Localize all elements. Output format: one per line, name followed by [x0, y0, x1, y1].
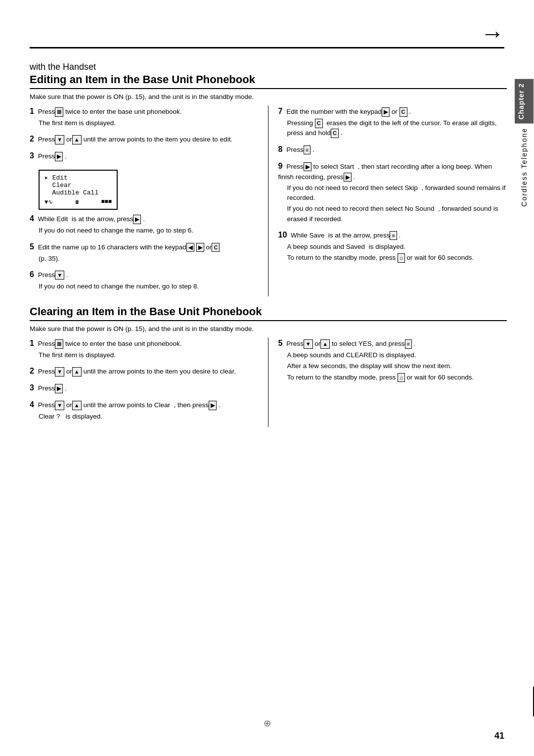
step-9-number: 9 [278, 162, 283, 170]
step-9: 9 Press▶ to select Start , then start re… [278, 160, 507, 224]
step-5-sub: (p. 35). [39, 254, 258, 264]
page-container: → Chapter 2 Cordless Telephone with the … [0, 0, 534, 756]
main-content: with the Handset Editing an Item in the … [30, 57, 507, 726]
s2-step-4-number: 4 [30, 400, 34, 409]
s2-step-2: 2 Press▼ or▲ until the arrow points to t… [30, 365, 258, 377]
cordless-label: Cordless Telephone [520, 128, 528, 207]
btn-down-s24: ▼ [55, 401, 64, 410]
step-6: 6 Press▼ . If you do not need to change … [30, 269, 258, 291]
btn-right-s2: ▶ [55, 384, 63, 393]
btn-down: ▼ [55, 135, 64, 144]
s2-step-5-sub3: To return to the standby mode, press ⌂ o… [287, 373, 507, 382]
chapter-tab: Chapter 2 [515, 79, 534, 124]
step-5-number: 5 [30, 242, 34, 251]
btn-right-s24: ▶ [209, 401, 217, 410]
step-2: 2 Press▼ or▲ until the arrow points to t… [30, 133, 258, 145]
btn-c7: C [400, 107, 407, 117]
lcd-icons: ▼∿ ☎ ■■■ [44, 198, 112, 206]
s2-step-1: 1 Press⊞ twice to enter the base unit ph… [30, 337, 258, 360]
lcd-line3: Audible Call [44, 189, 112, 196]
s2-step-5-sub1: A beep sounds and CLEARED is displayed. [287, 350, 507, 360]
step-4-sub: If you do not need to change the name, g… [39, 226, 258, 236]
step-6-sub: If you do not need to change the number,… [39, 282, 258, 291]
btn-right: ▶ [55, 152, 63, 161]
step-6-number: 6 [30, 270, 34, 279]
step-1-sub: The first item is displayed. [39, 118, 258, 128]
top-rule [30, 47, 504, 48]
section1-intro: Make sure that the power is ON (p. 15), … [30, 93, 507, 100]
step-9-sub2: If you do not need to record then select… [287, 204, 507, 224]
btn-left3: ◀ [186, 243, 194, 252]
btn-up-s24: ▲ [72, 401, 82, 410]
step-4: 4 While Edit is at the arrow, press▶ . I… [30, 213, 258, 236]
s2-step-3-number: 3 [30, 383, 34, 392]
step-7-number: 7 [278, 107, 283, 115]
btn-right9: ▶ [304, 162, 312, 172]
lcd-line1: ▸ Edit [44, 174, 112, 182]
step-8: 8 Press≡ . [278, 143, 507, 155]
btn-right3: ▶ [196, 243, 204, 252]
btn-menu-s25: ≡ [405, 339, 412, 349]
section2-two-col: 1 Press⊞ twice to enter the base unit ph… [30, 337, 507, 427]
s2-step-5: 5 Press▼ or▲ to select YES, and press≡ .… [278, 337, 507, 382]
step-7: 7 Edit the number with the keypad▶ or C … [278, 105, 507, 139]
btn-down6: ▼ [55, 271, 64, 280]
step-8-number: 8 [278, 145, 283, 153]
btn-menu10: ≡ [390, 231, 397, 240]
s2-step-2-number: 2 [30, 367, 34, 375]
btn-up-s2: ▲ [72, 367, 82, 377]
with-handset-heading: with the Handset [30, 62, 507, 72]
btn-right2: ▶ [133, 215, 141, 224]
lcd-line2: Clear [44, 182, 112, 189]
s2-step-1-sub: The first item is displayed. [39, 350, 258, 360]
section2-col-right: 5 Press▼ or▲ to select YES, and press≡ .… [268, 337, 507, 427]
step-10-number: 10 [278, 231, 287, 239]
s2-step-4-sub: Clear ? is displayed. [39, 412, 258, 422]
s2-step-5-number: 5 [278, 339, 283, 347]
section2-intro: Make sure that the power is ON (p. 15), … [30, 325, 507, 332]
section1-col-left: 1 Press⊞ twice to enter the base unit ph… [30, 105, 268, 296]
section2-col-left: 1 Press⊞ twice to enter the base unit ph… [30, 337, 268, 427]
btn-down-s2: ▼ [55, 367, 64, 377]
page-number: 41 [494, 731, 504, 741]
step-10: 10 While Save is at the arrow, press≡ . … [278, 229, 507, 263]
section2-heading: Clearing an Item in the Base Unit Phoneb… [30, 305, 507, 321]
s2-step-1-number: 1 [30, 339, 34, 347]
bottom-divider-icon: ⊕ [264, 718, 271, 729]
btn-right7: ▶ [382, 107, 390, 117]
step-1: 1 Press⊞ twice to enter the base unit ph… [30, 105, 258, 128]
s2-step-5-sub2: After a few seconds, the display will sh… [287, 361, 507, 371]
section1-heading: Editing an Item in the Base Unit Phonebo… [30, 73, 507, 89]
section1-two-col: 1 Press⊞ twice to enter the base unit ph… [30, 105, 507, 296]
step-3: 3 Press▶ . [30, 150, 258, 162]
btn-c: C [212, 243, 220, 252]
step-7-sub: Pressing C erases the digit to the left … [287, 118, 507, 139]
btn-down-s25: ▼ [304, 339, 313, 349]
s2-step-4: 4 Press▼ or▲ until the arrow points to C… [30, 399, 258, 422]
btn-menu8: ≡ [304, 145, 311, 155]
step-10-sub2: To return to the standby mode, press ⌂ o… [287, 253, 507, 263]
chapter-sidebar: Chapter 2 Cordless Telephone [514, 79, 534, 206]
step-9-sub1: If you do not need to record then select… [287, 183, 507, 203]
btn-pb2: ⊞ [55, 339, 63, 349]
s2-step-3: 3 Press▶ . [30, 382, 258, 394]
btn-up: ▲ [72, 135, 82, 144]
step-10-sub1: A beep sounds and Saved is displayed. [287, 242, 507, 252]
btn-right9b: ▶ [344, 173, 352, 182]
step-4-number: 4 [30, 214, 34, 223]
step-1-number: 1 [30, 107, 34, 115]
step-5: 5 Edit the name up to 16 characters with… [30, 241, 258, 264]
btn-phonebook: ⊞ [55, 107, 63, 117]
section1-col-right: 7 Edit the number with the keypad▶ or C … [268, 105, 507, 296]
step-3-number: 3 [30, 151, 34, 160]
top-arrow-icon: → [481, 20, 504, 47]
step-2-number: 2 [30, 135, 34, 143]
btn-up-s25: ▲ [320, 339, 330, 349]
lcd-box: ▸ Edit Clear Audible Call ▼∿ ☎ ■■■ [39, 170, 118, 210]
